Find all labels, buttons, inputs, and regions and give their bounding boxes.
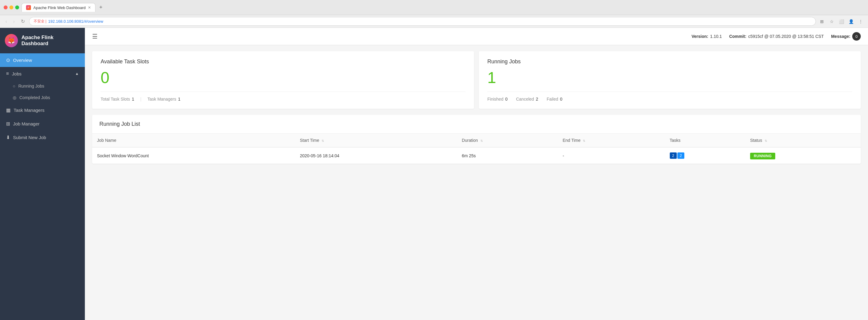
failed-label: Failed [547,97,558,101]
jobs-sub-stats: Finished 0 Canceled 2 Failed 0 [487,97,852,101]
version-value: 1.10.1 [710,34,722,39]
col-tasks: Tasks [665,134,745,147]
available-slots-value: 0 [101,70,466,86]
submit-job-icon: ⬇ [6,134,10,140]
slots-meta: Total Task Slots 1 | Task Managers 1 [101,97,466,101]
top-bar-left: ☰ [92,33,98,40]
sidebar-item-job-manager[interactable]: ⊞ Job Manager [0,117,85,131]
tab-bar: F Apache Flink Web Dashboard ✕ + [22,3,864,12]
task-managers-item: Task Managers 1 [147,97,180,101]
sidebar-logo: 🦊 Apache Flink Dashboard [0,28,85,53]
table-row[interactable]: Socket Window WordCount 2020-05-16 18:14… [92,147,861,164]
col-end-time[interactable]: End Time ⇅ [558,134,664,147]
col-start-time[interactable]: Start Time ⇅ [295,134,457,147]
stats-row: Available Task Slots 0 Total Task Slots … [92,51,861,109]
version-info: Version: 1.10.1 [692,34,722,39]
new-tab-button[interactable]: + [97,4,105,11]
col-job-name: Job Name [92,134,295,147]
tab-favicon: F [26,5,31,10]
sidebar-item-label: Job Manager [13,121,40,126]
logo-text: Apache Flink Dashboard [22,35,80,47]
running-jobs-title: Running Jobs [487,59,852,65]
address-url: 192.168.0.106:8081/#/overview [48,19,103,24]
col-duration[interactable]: Duration ⇅ [457,134,558,147]
running-jobs-value: 1 [487,70,852,86]
main-content: ☰ Version: 1.10.1 Commit: c5915cf @ 07.0… [85,28,868,320]
security-indicator: 不安全 | [34,19,46,24]
table-header-row: Job Name Start Time ⇅ Duration ⇅ [92,134,861,147]
sidebar-item-label: Submit New Job [13,135,46,140]
job-table-body: Socket Window WordCount 2020-05-16 18:14… [92,147,861,164]
total-slots-value: 1 [132,97,134,101]
running-jobs-card: Running Jobs 1 Finished 0 Canceled 2 [479,51,861,109]
sidebar-item-submit-new-job[interactable]: ⬇ Submit New Job [0,131,85,144]
message-badge[interactable]: 0 [852,32,861,41]
chevron-up-icon: ▲ [75,71,79,76]
canceled-item: Canceled 2 [516,97,538,101]
bookmark-icon[interactable]: ☆ [828,18,835,25]
col-status[interactable]: Status ⇅ [745,134,861,147]
message-info: Message: 0 [831,32,861,41]
finished-value: 0 [505,97,508,101]
sidebar-menu: ⊙ Overview ≡ Jobs ▲ ○ Running Jobs ◎ Com… [0,53,85,144]
browser-actions: ⊞ ☆ ⬜ 👤 ⋮ [818,18,864,25]
failed-item: Failed 0 [547,97,562,101]
sort-icon: ⇅ [765,139,767,142]
task-managers-label: Task Managers [147,97,176,101]
col-duration-label: Duration [462,138,478,143]
cell-end-time: - [558,147,664,164]
logo-image: 🦊 [5,34,18,47]
sidebar-item-overview[interactable]: ⊙ Overview [0,53,85,67]
sidebar-item-completed-jobs[interactable]: ◎ Completed Jobs [0,92,85,103]
extension-icon[interactable]: ⬜ [838,18,845,25]
sidebar-item-task-managers[interactable]: ▦ Task Managers [0,103,85,117]
cell-start-time: 2020-05-16 18:14:04 [295,147,457,164]
traffic-lights [4,5,19,9]
reload-button[interactable]: ↻ [19,18,27,25]
sidebar-item-label: Jobs [12,71,22,76]
meta-separator: | [140,97,142,101]
sidebar-item-running-jobs[interactable]: ○ Running Jobs [0,80,85,92]
col-tasks-label: Tasks [670,138,681,143]
canceled-label: Canceled [516,97,534,101]
sidebar: 🦊 Apache Flink Dashboard ⊙ Overview ≡ Jo… [0,28,85,320]
cell-duration: 6m 25s [457,147,558,164]
available-task-slots-card: Available Task Slots 0 Total Task Slots … [92,51,474,109]
translate-icon[interactable]: ⊞ [818,18,826,25]
close-button[interactable] [4,5,7,9]
version-label: Version: [692,34,708,39]
overview-icon: ⊙ [6,57,10,63]
commit-info: Commit: c5915cf @ 07.05.2020 @ 13:58:51 … [729,34,824,39]
completed-jobs-circle-icon: ◎ [13,95,17,100]
browser-nav: ‹ › ↻ 不安全 | 192.168.0.106:8081/#/overvie… [0,15,868,28]
profile-icon[interactable]: 👤 [847,18,855,25]
job-manager-icon: ⊞ [6,121,10,127]
failed-value: 0 [560,97,562,101]
sidebar-item-label: Overview [13,58,32,63]
hamburger-icon[interactable]: ☰ [92,33,98,40]
sidebar-sub-label: Completed Jobs [20,95,50,100]
minimize-button[interactable] [9,5,13,9]
maximize-button[interactable] [15,5,19,9]
cell-tasks: 2 2 [665,147,745,164]
content-area: Available Task Slots 0 Total Task Slots … [85,45,868,170]
jobs-icon: ≡ [6,71,9,76]
menu-icon[interactable]: ⋮ [857,18,864,25]
sidebar-item-label: Task Managers [13,107,44,113]
active-tab[interactable]: F Apache Flink Web Dashboard ✕ [22,3,95,12]
canceled-value: 2 [536,97,538,101]
browser-chrome: F Apache Flink Web Dashboard ✕ + [0,0,868,15]
address-bar[interactable]: 不安全 | 192.168.0.106:8081/#/overview [29,17,816,26]
app-layout: 🦊 Apache Flink Dashboard ⊙ Overview ≡ Jo… [0,28,868,320]
finished-item: Finished 0 [487,97,508,101]
tab-close-button[interactable]: ✕ [88,5,91,10]
top-bar-right: Version: 1.10.1 Commit: c5915cf @ 07.05.… [692,32,861,41]
sidebar-item-jobs[interactable]: ≡ Jobs ▲ [0,67,85,80]
commit-label: Commit: [729,34,746,39]
task-badge-2: 2 [677,153,684,159]
forward-button[interactable]: › [11,18,17,25]
col-end-time-label: End Time [562,138,580,143]
back-button[interactable]: ‹ [4,18,9,25]
task-badges: 2 2 [670,153,740,159]
job-table: Job Name Start Time ⇅ Duration ⇅ [92,134,861,164]
